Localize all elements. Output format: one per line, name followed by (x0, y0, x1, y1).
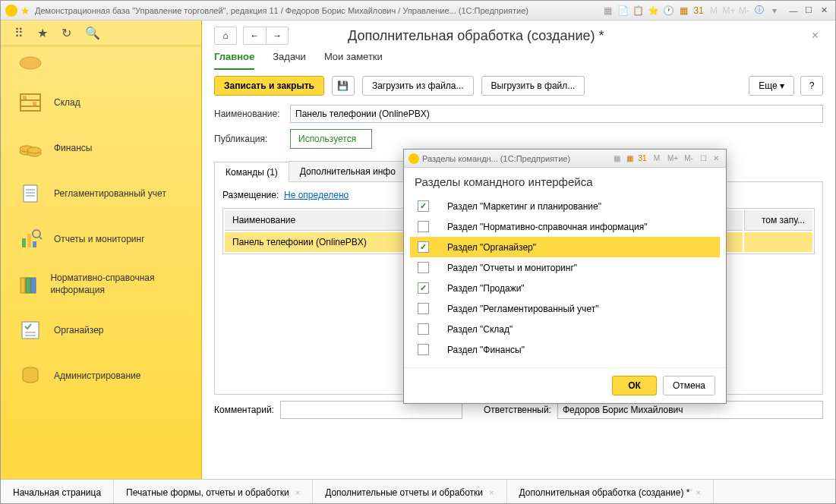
tab-tasks[interactable]: Задачи (273, 48, 306, 70)
star-icon[interactable]: ★ (37, 26, 48, 40)
checklist-icon (14, 317, 46, 344)
name-input[interactable] (290, 105, 823, 123)
close-button[interactable]: ✕ (817, 5, 831, 17)
section-item[interactable]: ✓Раздел "Продажи" (410, 278, 720, 298)
bottom-tab-start[interactable]: Начальная страница (1, 480, 114, 504)
inner-tab-info[interactable]: Дополнительная инфо (289, 161, 407, 181)
help-button[interactable]: ? (800, 76, 823, 96)
section-item[interactable]: Раздел "Нормативно-справочная информация… (410, 216, 720, 237)
window-buttons: — ☐ ✕ (787, 5, 831, 17)
dropdown-icon[interactable]: ▾ (768, 5, 781, 17)
mem-mminus[interactable]: M- (738, 5, 750, 17)
favorite-icon[interactable]: ★ (21, 5, 30, 17)
svg-rect-15 (27, 234, 31, 247)
home-button[interactable]: ⌂ (214, 27, 237, 45)
publication-label: Публикация: (214, 134, 290, 144)
mem-mplus[interactable]: M+ (723, 5, 735, 17)
calc-icon[interactable]: ▦ (624, 154, 635, 162)
inner-tab-commands[interactable]: Команды (1) (214, 162, 289, 182)
checkbox[interactable] (418, 262, 429, 273)
dialog-titlebar[interactable]: Разделы командн... (1С:Предприятие) ▦ ▦ … (404, 150, 726, 168)
sidebar-item-organizer[interactable]: Органайзер (1, 307, 201, 353)
dialog-close[interactable]: ✕ (711, 154, 721, 162)
placement-link[interactable]: Не определено (284, 190, 349, 200)
calendar-icon[interactable]: 31 (692, 5, 705, 17)
section-item[interactable]: ✓Раздел "Органайзер" (410, 237, 720, 257)
tool-icon[interactable]: 📄 (617, 5, 629, 17)
app-icon (409, 153, 419, 164)
dialog-footer: ОК Отмена (404, 367, 726, 403)
close-icon[interactable]: × (696, 488, 701, 497)
section-item[interactable]: Раздел "Финансы" (410, 339, 720, 360)
save-button[interactable]: 💾 (332, 76, 355, 96)
sidebar-item-warehouse[interactable]: Склад (1, 80, 201, 125)
page-tabs: Главное Задачи Мои заметки (214, 48, 823, 70)
bottom-tab-current[interactable]: Дополнительная обработка (создание) *× (507, 480, 714, 504)
section-item[interactable]: ✓Раздел "Маркетинг и планирование" (410, 196, 720, 216)
tool-icon[interactable]: ▦ (601, 5, 614, 17)
tool-icon[interactable]: 🕐 (662, 5, 674, 17)
save-close-button[interactable]: Записать и закрыть (214, 76, 324, 96)
table-header-2[interactable]: том запу... (744, 210, 812, 231)
checkbox[interactable]: ✓ (418, 241, 429, 253)
tab-notes[interactable]: Мои заметки (324, 48, 383, 70)
titlebar-tools: ▦ 📄 📋 ⭐ 🕐 ▦ 31 M M+ M- ⓘ ▾ (601, 5, 781, 17)
checkbox[interactable] (418, 221, 429, 232)
checkbox[interactable] (418, 303, 429, 314)
table-cell (744, 232, 812, 252)
bottom-tab-print[interactable]: Печатные формы, отчеты и обработки× (114, 480, 313, 504)
back-button[interactable]: ← (243, 27, 266, 45)
shelf-icon (14, 89, 46, 116)
svg-rect-21 (31, 278, 36, 293)
minimize-button[interactable]: — (787, 5, 800, 17)
more-button[interactable]: Еще ▾ (749, 76, 794, 96)
info-icon[interactable]: ⓘ (753, 5, 765, 17)
svg-rect-4 (23, 96, 27, 99)
mem-mplus[interactable]: M+ (667, 154, 678, 162)
sidebar-item-reference[interactable]: Нормативно-справочная информация (1, 262, 201, 307)
checkbox[interactable]: ✓ (418, 200, 429, 212)
toolbar: Записать и закрыть 💾 Загрузить из файла.… (202, 70, 835, 102)
calendar-icon[interactable]: 31 (637, 154, 648, 162)
sidebar-item-reports[interactable]: Отчеты и мониторинг (1, 216, 201, 262)
calc-icon[interactable]: ▦ (677, 5, 689, 17)
section-label: Раздел "Финансы" (447, 345, 525, 355)
checkbox[interactable] (418, 323, 429, 335)
section-item[interactable]: Раздел "Отчеты и мониторинг" (410, 257, 720, 278)
placement-label: Размещение: (222, 190, 279, 200)
bottom-tab-reports[interactable]: Дополнительные отчеты и обработки× (313, 480, 506, 504)
sidebar-item-top[interactable] (1, 46, 201, 80)
tool-icon[interactable]: ⭐ (647, 5, 659, 17)
maximize-button[interactable]: ☐ (802, 5, 815, 17)
export-file-button[interactable]: Выгрузить в файл... (481, 76, 585, 96)
sidebar-item-admin[interactable]: Администрирование (1, 353, 201, 398)
section-item[interactable]: Раздел "Склад" (410, 319, 720, 339)
mem-mminus[interactable]: M- (683, 154, 694, 162)
close-page-button[interactable]: × (807, 29, 823, 43)
name-label: Наименование: (214, 109, 290, 119)
tool-icon[interactable]: 📋 (632, 5, 644, 17)
checkbox[interactable] (418, 344, 429, 355)
ok-button[interactable]: ОК (612, 376, 657, 395)
publication-dropdown[interactable]: Используется (290, 129, 372, 149)
svg-rect-14 (22, 238, 26, 247)
checkbox[interactable]: ✓ (418, 282, 429, 294)
mem-m[interactable]: M (651, 154, 662, 162)
load-file-button[interactable]: Загрузить из файла... (362, 76, 474, 96)
app-icon (5, 5, 17, 17)
close-icon[interactable]: × (489, 488, 494, 497)
history-icon[interactable]: ↻ (62, 26, 71, 40)
dialog-maximize[interactable]: ☐ (698, 154, 708, 162)
apps-icon[interactable]: ⠿ (14, 26, 24, 40)
close-icon[interactable]: × (295, 488, 300, 497)
search-icon[interactable]: 🔍 (85, 26, 100, 40)
section-item[interactable]: Раздел "Регламентированный учет" (410, 298, 720, 319)
sidebar-item-regulated[interactable]: Регламентированный учет (1, 171, 201, 216)
mem-m[interactable]: M (708, 5, 720, 17)
section-label: Раздел "Маркетинг и планирование" (447, 201, 601, 212)
tab-main[interactable]: Главное (214, 48, 254, 70)
tool-icon[interactable]: ▦ (611, 154, 622, 162)
cancel-button[interactable]: Отмена (663, 376, 715, 395)
forward-button[interactable]: → (266, 27, 289, 45)
sidebar-item-finance[interactable]: Финансы (1, 125, 201, 171)
